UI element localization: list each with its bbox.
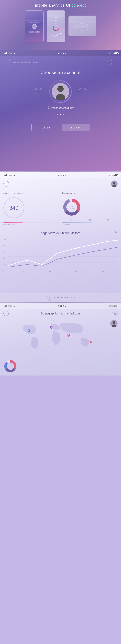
- quota-progress-labels: 53% users: [62, 223, 70, 225]
- wifi-3: ▲: [14, 305, 16, 307]
- carrier-3: BELL: [8, 305, 12, 307]
- time-display: 9:42 AM: [58, 52, 66, 55]
- status-bar-2: BELL ▲ 9:42 AM 100%: [0, 172, 121, 178]
- status-left-1: BELL ▲: [3, 52, 16, 54]
- prev-arrow[interactable]: ←: [35, 88, 42, 96]
- mini-dots-1: [33, 30, 36, 30]
- dashboard-header: [0, 178, 121, 189]
- visitors-progress-bar: [4, 222, 59, 223]
- y-label-2k: 2k: [4, 264, 6, 266]
- map-pin-3: [68, 334, 70, 337]
- signal-bars-1: [3, 52, 7, 54]
- gear-icon: ⚙: [115, 230, 118, 234]
- svg-point-35: [68, 334, 69, 336]
- mini-screen-3: [68, 16, 96, 36]
- back-icon: ↑: [6, 312, 7, 315]
- line-chart-area: 10k 8k 6k 4k 2k 0: [4, 238, 118, 272]
- map-pin-1: [28, 329, 30, 332]
- pin-svg-4: [90, 340, 92, 344]
- email-address: info@techandall.com: [52, 106, 74, 109]
- mini-avatar-1: [32, 24, 37, 29]
- quota-progress-bar: [62, 222, 118, 223]
- battery-icon-2: [114, 174, 118, 176]
- world-map-svg: [4, 320, 118, 351]
- home-button[interactable]: ⌂: [46, 294, 52, 301]
- status-right-3: 100%: [109, 305, 118, 307]
- y-label-0: 0: [4, 270, 6, 272]
- demo-avatar-svg: [110, 320, 118, 327]
- search-placeholder-text: Search TechAndALL .com: [12, 61, 38, 63]
- svg-point-30: [75, 248, 77, 249]
- demo-donut-svg: [4, 359, 17, 373]
- time-2: 9:42 AM: [58, 174, 66, 177]
- y-axis-labels: 10k 8k 6k 4k 2k 0: [4, 238, 6, 272]
- svg-point-31: [92, 244, 94, 245]
- active-visitors-label: active visitors on site: [4, 192, 23, 194]
- action-buttons: Refresh Log Out: [32, 124, 90, 131]
- stats-row: active visitors on site 349 40% page vie…: [0, 190, 121, 227]
- demographics-title: Demographics - techandall.com: [9, 312, 112, 315]
- visitors-circle: 349: [4, 198, 24, 218]
- dot-3: [63, 114, 64, 115]
- status-left-2: BELL ▲: [3, 174, 16, 176]
- mini-status-3: [70, 20, 94, 22]
- svg-point-29: [56, 252, 58, 254]
- svg-point-27: [26, 260, 28, 261]
- svg-point-33: [28, 330, 30, 331]
- mini-phone-1: Choose an account Refresh Log Out: [25, 10, 44, 42]
- search-icon: 🔍: [106, 60, 110, 63]
- header-section: mobile analytics UI concept Choose an ac…: [0, 0, 121, 50]
- time-3: 9:42 AM: [58, 305, 66, 308]
- world-map-section: [0, 318, 121, 359]
- mini-logout: Log Out: [34, 31, 40, 33]
- chart-title: page view vs. unique visitors: [4, 231, 118, 235]
- svg-point-28: [42, 264, 43, 265]
- mini-map: [74, 23, 91, 31]
- hosting-quota-label: hosting quota: [62, 192, 75, 194]
- home-icon: ⌂: [48, 296, 50, 299]
- menu-button[interactable]: [4, 181, 9, 186]
- x-label-sept: SPET: [75, 270, 79, 272]
- refresh-button[interactable]: Refresh: [32, 124, 59, 131]
- user-avatar-small: [111, 180, 118, 187]
- carrier-label: BELL: [8, 52, 12, 54]
- mini-line-chart: [49, 32, 63, 38]
- signal-bars-3: [3, 305, 7, 307]
- x-label-aug: AUG: [48, 270, 51, 272]
- mini-status-1: [26, 20, 42, 22]
- wifi-icon: ▲: [14, 52, 16, 54]
- back-button[interactable]: ↑: [4, 311, 9, 316]
- y-label-4k: 4k: [4, 257, 6, 259]
- donut-labels: 33 43 30: [62, 219, 118, 221]
- visitors-progress: 40% page views: [4, 221, 59, 225]
- mini-screen-2: 349: [47, 10, 65, 42]
- svg-text:Free Drive: Free Drive: [69, 208, 75, 209]
- status-right-1: 100%: [109, 52, 118, 54]
- battery-icon: [114, 52, 118, 54]
- battery-pct-2: 100%: [109, 174, 114, 176]
- map-pin-4: [90, 340, 92, 344]
- search-bar[interactable]: Search TechAndALL .com 🔍: [9, 59, 112, 65]
- screen-analytics: BELL ▲ 9:42 AM 100% active v: [0, 172, 121, 302]
- choose-account-title: Choose an account: [40, 70, 81, 75]
- chart-section: page view vs. unique visitors ⚙ 10k 8k 6…: [0, 228, 121, 275]
- active-visitors-card: active visitors on site 349 40% page vie…: [4, 192, 59, 225]
- y-label-10k: 10k: [4, 238, 6, 240]
- svg-point-12: [113, 182, 116, 184]
- mini-phone-2: 349: [47, 10, 65, 42]
- donut-label-43: 43: [89, 219, 91, 221]
- chart-svg: [8, 238, 118, 269]
- screen-choose-account: BELL ▲ 9:42 AM 100% Search TechAndALL .c…: [0, 50, 121, 171]
- demo-menu-button[interactable]: [112, 311, 118, 316]
- donut-svg: 32% Free Drive: [62, 198, 81, 217]
- svg-point-34: [51, 326, 52, 328]
- battery-pct-3: 100%: [109, 305, 114, 307]
- mini-refresh: Refresh: [29, 31, 34, 33]
- visitors-count: 349: [9, 205, 18, 211]
- settings-icon-wrap[interactable]: ⚙: [115, 230, 118, 234]
- x-label-july: JULY: [20, 270, 24, 272]
- mini-donut-svg: [52, 24, 60, 32]
- logout-button[interactable]: Log Out: [62, 124, 90, 131]
- next-arrow[interactable]: →: [79, 88, 86, 96]
- mini-circle-num: 349: [53, 17, 59, 24]
